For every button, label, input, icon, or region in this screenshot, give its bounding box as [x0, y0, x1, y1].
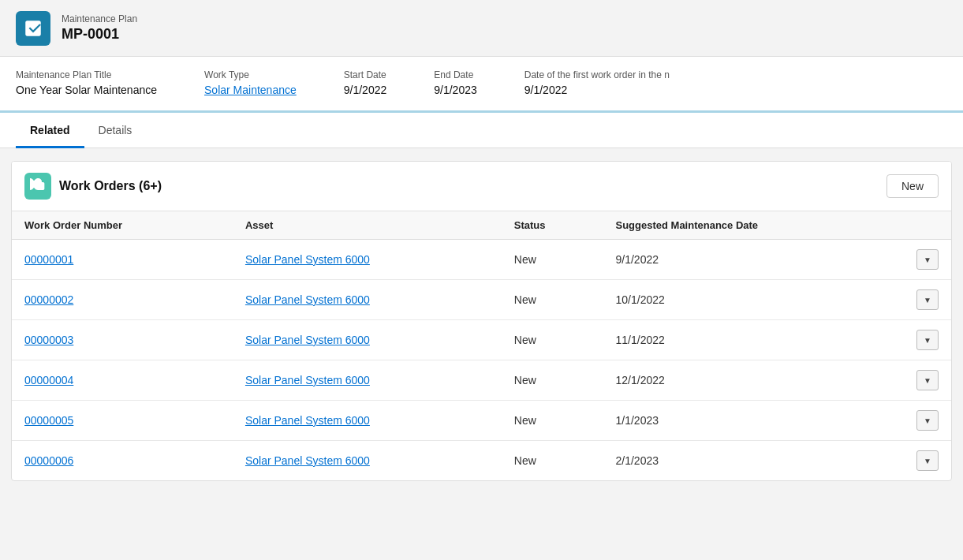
field-label-first-work-order-date: Date of the first work order in the n: [524, 69, 670, 80]
field-label-work-type: Work Type: [204, 69, 297, 80]
field-label-maintenance-plan-title: Maintenance Plan Title: [16, 69, 157, 80]
cell-status: New: [502, 401, 603, 441]
cell-status: New: [502, 280, 603, 320]
work-orders-section-header: Work Orders (6+) New: [12, 162, 951, 211]
maintenance-plan-icon: [16, 11, 50, 46]
cell-row-action: ▼: [904, 320, 951, 360]
field-value-end-date: 9/1/2023: [434, 84, 477, 96]
table-row: 00000004 Solar Panel System 6000 New 12/…: [12, 360, 951, 401]
work-orders-table: Work Order Number Asset Status Suggested…: [12, 211, 951, 480]
new-work-order-button[interactable]: New: [886, 174, 939, 198]
cell-row-action: ▼: [904, 240, 951, 280]
cell-asset[interactable]: Solar Panel System 6000: [233, 280, 502, 320]
cell-asset[interactable]: Solar Panel System 6000: [233, 360, 502, 401]
table-header-row: Work Order Number Asset Status Suggested…: [12, 211, 951, 240]
page-header: Maintenance Plan MP-0001: [0, 0, 963, 57]
work-orders-title: Work Orders (6+): [59, 179, 162, 193]
row-action-button[interactable]: ▼: [916, 249, 939, 270]
cell-status: New: [502, 240, 603, 280]
col-header-action: [904, 211, 951, 240]
table-row: 00000002 Solar Panel System 6000 New 10/…: [12, 280, 951, 320]
col-header-status: Status: [502, 211, 603, 240]
cell-asset[interactable]: Solar Panel System 6000: [233, 240, 502, 280]
row-action-button[interactable]: ▼: [916, 410, 939, 431]
cell-work-order-number[interactable]: 00000004: [12, 360, 233, 401]
cell-status: New: [502, 441, 603, 481]
cell-status: New: [502, 360, 603, 401]
field-first-work-order-date: Date of the first work order in the n 9/…: [524, 69, 670, 96]
cell-date: 10/1/2022: [603, 280, 905, 320]
cell-work-order-number[interactable]: 00000006: [12, 441, 233, 481]
tab-details[interactable]: Details: [84, 113, 147, 148]
row-action-button[interactable]: ▼: [916, 330, 939, 350]
cell-row-action: ▼: [904, 441, 951, 481]
row-action-button[interactable]: ▼: [916, 370, 939, 390]
cell-asset[interactable]: Solar Panel System 6000: [233, 320, 502, 360]
field-end-date: End Date 9/1/2023: [434, 69, 477, 96]
content-area: Work Orders (6+) New Work Order Number A…: [11, 161, 952, 481]
header-title: MP-0001: [62, 26, 137, 43]
field-value-first-work-order-date: 9/1/2022: [524, 84, 670, 96]
table-row: 00000005 Solar Panel System 6000 New 1/1…: [12, 401, 951, 441]
cell-asset[interactable]: Solar Panel System 6000: [233, 401, 502, 441]
cell-row-action: ▼: [904, 401, 951, 441]
tab-related[interactable]: Related: [16, 113, 84, 148]
cell-work-order-number[interactable]: 00000001: [12, 240, 233, 280]
field-value-maintenance-plan-title: One Year Solar Maintenance: [16, 84, 157, 96]
field-label-start-date: Start Date: [344, 69, 387, 80]
work-orders-icon: [24, 173, 51, 200]
col-header-suggested-date: Suggested Maintenance Date: [603, 211, 905, 240]
header-subtitle: Maintenance Plan: [62, 13, 137, 24]
section-header-left: Work Orders (6+): [24, 173, 162, 200]
field-work-type: Work Type Solar Maintenance: [204, 69, 297, 96]
field-label-end-date: End Date: [434, 69, 477, 80]
table-row: 00000001 Solar Panel System 6000 New 9/1…: [12, 240, 951, 280]
header-text: Maintenance Plan MP-0001: [62, 13, 137, 43]
col-header-work-order-number: Work Order Number: [12, 211, 233, 240]
cell-work-order-number[interactable]: 00000002: [12, 280, 233, 320]
row-action-button[interactable]: ▼: [916, 450, 939, 471]
cell-date: 12/1/2022: [603, 360, 905, 401]
info-bar: Maintenance Plan Title One Year Solar Ma…: [0, 57, 963, 113]
cell-status: New: [502, 320, 603, 360]
row-action-button[interactable]: ▼: [916, 289, 939, 310]
table-row: 00000003 Solar Panel System 6000 New 11/…: [12, 320, 951, 360]
cell-date: 11/1/2022: [603, 320, 905, 360]
cell-asset[interactable]: Solar Panel System 6000: [233, 441, 502, 481]
cell-row-action: ▼: [904, 280, 951, 320]
field-value-start-date: 9/1/2022: [344, 84, 387, 96]
col-header-asset: Asset: [233, 211, 502, 240]
table-row: 00000006 Solar Panel System 6000 New 2/1…: [12, 441, 951, 481]
cell-date: 9/1/2022: [603, 240, 905, 280]
tabs-bar: Related Details: [0, 113, 963, 148]
cell-date: 1/1/2023: [603, 401, 905, 441]
cell-work-order-number[interactable]: 00000005: [12, 401, 233, 441]
cell-work-order-number[interactable]: 00000003: [12, 320, 233, 360]
field-value-work-type[interactable]: Solar Maintenance: [204, 84, 297, 96]
cell-date: 2/1/2023: [603, 441, 905, 481]
field-maintenance-plan-title: Maintenance Plan Title One Year Solar Ma…: [16, 69, 157, 96]
cell-row-action: ▼: [904, 360, 951, 401]
field-start-date: Start Date 9/1/2022: [344, 69, 387, 96]
